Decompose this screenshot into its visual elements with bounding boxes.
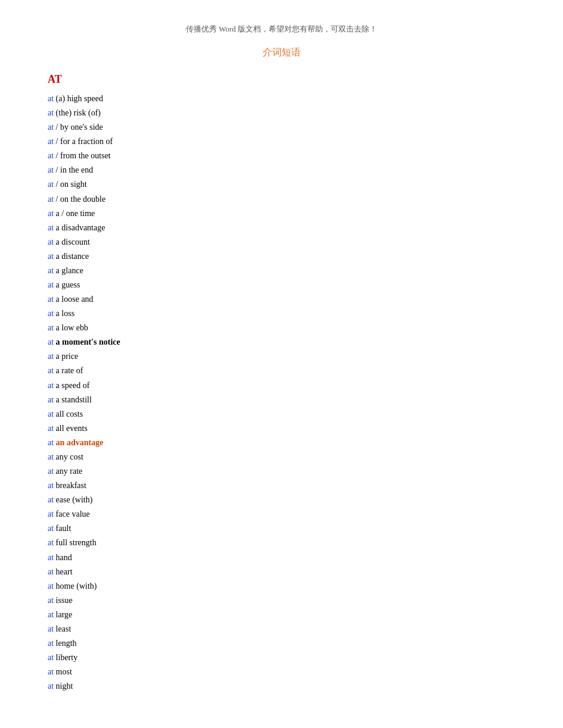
phrase-text: a loss: [56, 309, 75, 318]
list-item: at a moment's notice: [48, 335, 515, 349]
at-preposition: at: [48, 495, 56, 504]
at-preposition: at: [48, 667, 56, 676]
list-item: at / in the end: [48, 163, 515, 177]
list-item: at face value: [48, 507, 515, 521]
at-preposition: at: [48, 209, 56, 218]
phrase-text: a price: [56, 352, 79, 361]
list-item: at / by one's side: [48, 120, 515, 135]
phrase-text: / from the outset: [56, 151, 111, 160]
at-preposition: at: [48, 624, 56, 633]
list-item: at length: [48, 636, 515, 651]
phrase-text: breakfast: [56, 481, 86, 490]
at-preposition: at: [48, 653, 56, 662]
at-preposition: at: [48, 338, 56, 346]
phrase-text: face value: [56, 510, 90, 518]
phrase-text: (the) risk (of): [56, 108, 101, 117]
section-header: AT: [48, 73, 515, 86]
at-preposition: at: [48, 323, 56, 332]
list-item: at / on sight: [48, 177, 515, 192]
at-preposition: at: [48, 452, 56, 461]
at-preposition: at: [48, 553, 56, 562]
list-item: at / from the outset: [48, 149, 515, 163]
at-preposition: at: [48, 165, 56, 174]
phrase-text: a guess: [56, 280, 80, 289]
at-preposition: at: [48, 538, 56, 547]
at-preposition: at: [48, 252, 56, 261]
list-item: at issue: [48, 593, 515, 608]
phrase-text: length: [56, 639, 77, 648]
list-item: at a speed of: [48, 379, 515, 393]
at-preposition: at: [48, 180, 56, 189]
list-item: at fault: [48, 521, 515, 536]
list-item: at a loose and: [48, 292, 515, 307]
phrase-text: a loose and: [56, 295, 94, 304]
list-item: at a loss: [48, 307, 515, 321]
phrase-text: (a) high speed: [56, 94, 103, 103]
at-preposition: at: [48, 266, 56, 275]
at-preposition: at: [48, 137, 56, 146]
at-preposition: at: [48, 567, 56, 576]
list-item: at a low ebb: [48, 321, 515, 335]
phrase-text: a standstill: [56, 395, 92, 404]
list-item: at (the) risk (of): [48, 106, 515, 120]
at-preposition: at: [48, 238, 56, 246]
phrase-text: ease (with): [56, 495, 93, 504]
list-item: at / for a fraction of: [48, 135, 515, 149]
phrase-text: a rate of: [56, 366, 83, 375]
at-preposition: at: [48, 410, 56, 418]
list-item: at home (with): [48, 579, 515, 593]
phrase-text: issue: [56, 596, 73, 605]
at-preposition: at: [48, 424, 56, 433]
at-preposition: at: [48, 108, 56, 117]
at-preposition: at: [48, 467, 56, 476]
phrase-list: at (a) high speedat (the) risk (of)at / …: [48, 92, 515, 693]
at-preposition: at: [48, 610, 56, 619]
list-item: at ease (with): [48, 493, 515, 507]
list-item: at least: [48, 622, 515, 636]
phrase-text: least: [56, 624, 71, 633]
phrase-text: a distance: [56, 252, 89, 261]
phrase-text: a speed of: [56, 381, 90, 390]
phrase-text: heart: [56, 567, 73, 576]
list-item: at heart: [48, 565, 515, 579]
list-item: at a disadvantage: [48, 221, 515, 235]
at-preposition: at: [48, 510, 56, 518]
list-item: at all costs: [48, 407, 515, 421]
at-preposition: at: [48, 151, 56, 160]
list-item: at hand: [48, 551, 515, 565]
list-item: at (a) high speed: [48, 92, 515, 106]
list-item: at large: [48, 608, 515, 622]
phrase-text: / in the end: [56, 165, 94, 174]
at-preposition: at: [48, 438, 56, 447]
at-preposition: at: [48, 309, 56, 318]
phrase-text: full strength: [56, 538, 97, 547]
phrase-text: night: [56, 682, 73, 690]
list-item: at breakfast: [48, 479, 515, 493]
list-item: at any rate: [48, 464, 515, 479]
phrase-text: any cost: [56, 452, 83, 461]
list-item: at a price: [48, 349, 515, 364]
at-preposition: at: [48, 295, 56, 304]
list-item: at any cost: [48, 450, 515, 464]
phrase-text: / by one's side: [56, 123, 103, 132]
list-item: at a standstill: [48, 393, 515, 407]
phrase-text: a / one time: [56, 209, 95, 218]
phrase-text: / on the double: [56, 195, 106, 204]
list-item: at a guess: [48, 278, 515, 292]
at-preposition: at: [48, 582, 56, 590]
phrase-text: / on sight: [56, 180, 87, 189]
list-item: at liberty: [48, 651, 515, 665]
phrase-text: all costs: [56, 410, 83, 418]
phrase-text: most: [56, 667, 72, 676]
at-preposition: at: [48, 223, 56, 232]
phrase-text: a moment's notice: [56, 338, 120, 346]
phrase-text: all events: [56, 424, 88, 433]
phrase-text: any rate: [56, 467, 83, 476]
at-preposition: at: [48, 524, 56, 533]
page-container: 传播优秀 Word 版文档，希望对您有帮助，可双击去除！ 介词短语 AT at …: [0, 0, 563, 717]
list-item: at a distance: [48, 249, 515, 264]
at-preposition: at: [48, 596, 56, 605]
list-item: at full strength: [48, 536, 515, 550]
phrase-text: a low ebb: [56, 323, 88, 332]
list-item: at / on the double: [48, 192, 515, 207]
